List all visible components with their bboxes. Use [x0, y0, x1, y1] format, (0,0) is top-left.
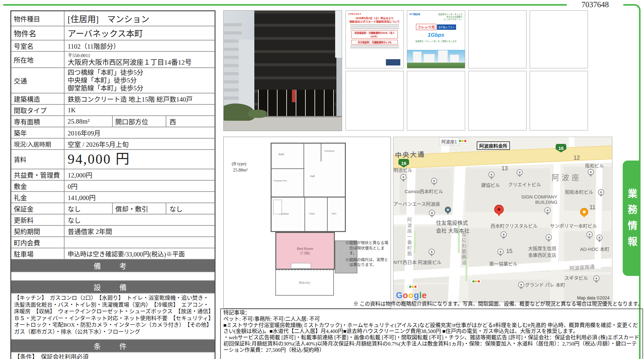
postal-code: 〒550-0011: [68, 53, 211, 58]
flyer-photo-strip: [407, 50, 465, 68]
row-value: 西: [166, 116, 215, 127]
table-row: 築年 2016年09月: [11, 127, 215, 138]
poi-pin: [544, 207, 551, 214]
map-label: 11: [589, 204, 595, 211]
plan-type-label: (B type): [232, 161, 246, 166]
row-label: 駐車場: [11, 248, 65, 259]
floor-plan: (B type) 25.88m² Bath Powder Rm Hall Ent…: [223, 137, 391, 309]
table-row: 物件種目 [住居用] マンション: [11, 11, 215, 26]
table-row: 駐車場 申込時は空き確認要/33,000円(税込)※平面: [11, 248, 215, 259]
awaza1-label-box: 阿波座1: [439, 138, 459, 145]
text-line: [350, 26, 399, 27]
building-edge: [335, 11, 342, 58]
thumbnail-empty: [468, 71, 527, 130]
row-label: 開口部方位: [113, 116, 166, 127]
table-row: 現況/入居時期 空室 / 2026年5月上旬: [11, 138, 215, 149]
thumbnail-empty: [407, 71, 465, 130]
row-label: 更新料: [11, 214, 65, 225]
map-label: 阿波座一番町筋: [406, 217, 413, 257]
frame-corner: [623, 4, 641, 23]
urbanex-logo: URBANEX: [348, 13, 401, 15]
jouken-header: 条 件: [11, 339, 215, 352]
special-notes-box: 特記事項： ペット: 不可/事務所: 不可/二人入居: 不可 ■ミストサウナ付浴…: [220, 309, 643, 359]
row-value: 1102（11階部分）: [65, 40, 215, 51]
text-line: [350, 45, 399, 46]
row-value: なし: [166, 203, 215, 214]
restaurant-pin: [580, 208, 588, 216]
poi-pin: [400, 174, 407, 180]
biko-content: [11, 272, 215, 280]
setsubi-content: 【キッチン】 ガスコンロ（2口） 【水廻り】 トイレ・浴室乾燥機・追い焚き・洗髪…: [11, 293, 215, 339]
google-logo-letter: G: [396, 291, 403, 300]
map-label: 阿波座: [552, 172, 582, 182]
thumbnail-empty: [530, 71, 588, 130]
google-logo-letter: l: [419, 291, 422, 300]
map-label: 阪和ビル: [585, 162, 604, 169]
gyomu-joho-tab[interactable]: 業務情報: [623, 161, 641, 276]
thumbnail-empty: [530, 10, 588, 68]
poi-pin: [429, 210, 435, 216]
building-silhouette: [423, 54, 435, 63]
access-line: 御堂筋線「本町」徒歩5分: [68, 84, 211, 92]
property-sheet: 7037648 業務情報 物件種目 [住居用] マンション 物件名 アーバネック…: [0, 0, 644, 359]
poi-pin: [518, 282, 524, 288]
room-label: Toilet: [309, 212, 315, 215]
table-row: 号室名 1102（11階部分）: [11, 40, 215, 51]
flets-hikari-label: フレッツ光: [416, 24, 436, 30]
traffic-light-icon: [407, 284, 418, 289]
room-label: Bath: [278, 153, 284, 156]
row-value: [65, 237, 215, 248]
row-label: 敷金: [11, 181, 65, 191]
google-logo: Google: [396, 291, 427, 300]
row-value: 鉄筋コンクリート造 地上15階 総戸数140戸: [65, 93, 215, 104]
row-value: 普通借家 2年間: [65, 226, 215, 236]
text-line: [350, 28, 399, 29]
kitchen-counter: [273, 200, 282, 214]
map-label: Camco西本町ビル: [405, 188, 443, 194]
row-label: 現況/入居時期: [11, 139, 65, 149]
flets-badge: フレッツ光 全戸加入プラン: [409, 24, 463, 30]
row-value: [住居用] マンション: [65, 11, 215, 26]
row-value: 25.88m²: [65, 116, 113, 127]
building-photo: [223, 10, 342, 131]
map-label: なにわ筋側道: [460, 232, 467, 266]
table-row: 間取タイプ 1K: [11, 104, 215, 115]
map-label: 12: [574, 155, 580, 161]
poi-pin: [501, 231, 507, 238]
traffic-light-icon: [470, 279, 482, 284]
thumbnail-empty: [468, 10, 527, 68]
google-logo-letter: e: [422, 291, 427, 300]
room-label: Powder Rm: [274, 179, 287, 182]
property-pin: [494, 205, 504, 214]
plan-note: ※図面の縮尺は、実際とは異なります。: [345, 257, 390, 268]
row-value: 1K: [65, 105, 215, 115]
map-label: AD-HOC 本町: [580, 245, 609, 252]
map-label: 昭和本町ビル: [565, 188, 593, 195]
map-label: 明治ビル: [393, 166, 412, 173]
map-label: SIGN COMPANY BUILDING: [521, 194, 558, 205]
google-logo-letter: o: [408, 291, 414, 300]
thumbnail-flets-flyer: NTT西日本 高品質なインターネットで あなたのお部屋で （しっかりサポート） …: [407, 10, 465, 68]
road-median: [414, 231, 416, 253]
map-label: 中央大通: [395, 149, 425, 159]
document-number: 7037648: [569, 0, 622, 9]
table-row: 保証金 なし 償却・敷引 なし: [11, 203, 215, 214]
poi-pin: [497, 249, 504, 255]
plan-area-label: 25.88m²: [233, 168, 248, 173]
row-label: 建築構造: [11, 93, 65, 104]
biko-header: 備 考: [11, 259, 215, 272]
balcony: Balcony: [275, 270, 334, 296]
poi-pin: [596, 235, 603, 241]
bedroom-size: (7.2帖): [300, 251, 310, 255]
shrubbery: [248, 110, 267, 118]
map-label: 西本町クリスタルビル: [491, 222, 538, 229]
notes-line: ■ミストサウナ付浴室暖房乾燥機(ミストカワック)・ホームセキュリティ(アイルス)…: [223, 322, 640, 335]
plan-wall: [304, 143, 304, 198]
row-value: なし: [65, 214, 215, 225]
disclaimer-text: ※ この資料は物件の概略紹介資料になります。写真、間取図面、設備、概要などが現況…: [219, 300, 643, 307]
poi-pin: [546, 234, 552, 240]
table-row: 物件名 アーバネックス本町: [11, 26, 215, 40]
row-label: 町内会費: [11, 237, 65, 248]
poi-pin: [431, 178, 437, 184]
poi-pin: [517, 169, 523, 176]
